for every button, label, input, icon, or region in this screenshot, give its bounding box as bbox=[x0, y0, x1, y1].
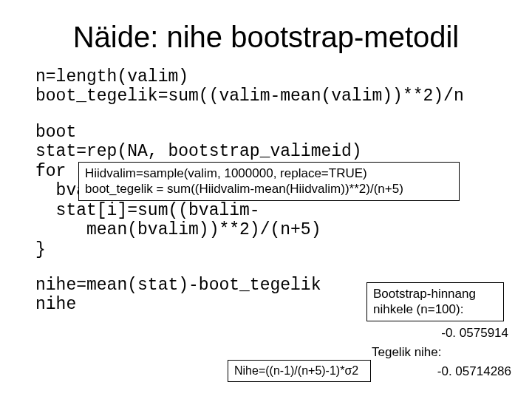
estimated-bias-value: -0. 0575914 bbox=[372, 325, 516, 341]
actual-bias-label: Tegelik nihe: bbox=[372, 344, 516, 361]
bootstrap-estimate-box: Bootstrap-hinnang nihkele (n=100): bbox=[366, 282, 504, 321]
code-line: n=length(valim) bbox=[35, 67, 188, 86]
actual-bias-value: -0. 05714286 bbox=[372, 364, 516, 380]
hiidvalim-line: Hiidvalim=sample(valim, 1000000, replace… bbox=[85, 166, 453, 181]
code-block-1: n=length(valim) boot_tegelik=sum((valim-… bbox=[35, 67, 532, 106]
code-line: nihe=mean(stat)-boot_tegelik bbox=[35, 276, 321, 295]
bootstrap-estimate-line: Bootstrap-hinnang bbox=[373, 286, 497, 301]
code-line: boot bbox=[35, 123, 76, 142]
code-line: stat=rep(NA, bootstrap_valimeid) bbox=[35, 142, 362, 161]
code-line: mean(bvalim))**2)/(n+5) bbox=[35, 220, 321, 239]
code-line: stat[i]=sum((bvalim- bbox=[35, 201, 260, 220]
code-line: nihe bbox=[35, 295, 76, 314]
results-column: -0. 0575914 Tegelik nihe: -0. 05714286 bbox=[372, 325, 516, 380]
code-line: } bbox=[35, 240, 46, 259]
bootstrap-estimate-line: nihkele (n=100): bbox=[373, 301, 497, 317]
slide-title: Näide: nihe bootstrap-metodil bbox=[0, 0, 532, 61]
hiidvalim-line: boot_tegelik = sum((Hiidvalim-mean(Hiidv… bbox=[85, 181, 453, 197]
nihe-formula-box: Nihe=((n-1)/(n+5)-1)*σ2 bbox=[228, 360, 371, 382]
code-line: boot_tegelik=sum((valim-mean(valim))**2)… bbox=[35, 86, 464, 106]
hiidvalim-box: Hiidvalim=sample(valim, 1000000, replace… bbox=[78, 162, 460, 201]
